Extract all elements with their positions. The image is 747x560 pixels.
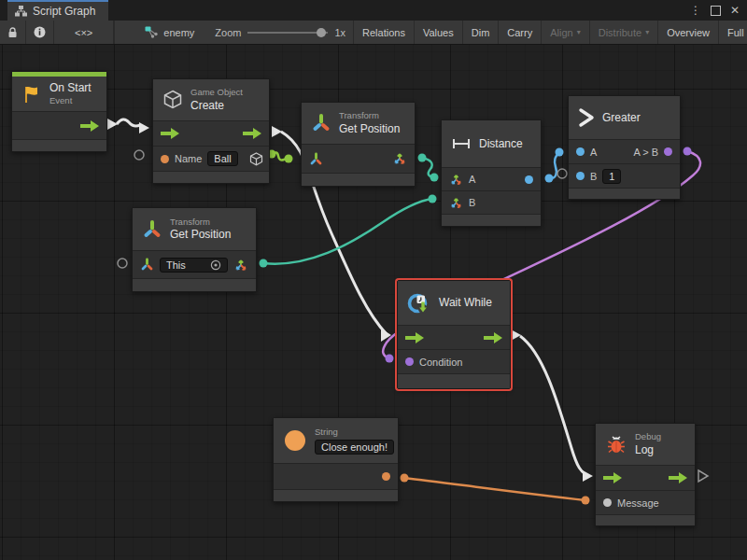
transform-input-port[interactable] (309, 152, 323, 166)
transform-input-port[interactable] (140, 258, 154, 272)
maximize-icon[interactable] (711, 6, 721, 16)
node-wait-while[interactable]: Wait While Condition (397, 280, 511, 389)
port-label: A (469, 174, 475, 185)
transform-icon (311, 113, 331, 133)
port-label: B (469, 197, 475, 208)
name-input-port[interactable] (161, 155, 169, 163)
node-string[interactable]: String Close enough! (273, 417, 399, 502)
node-title: Log (635, 443, 661, 457)
vector3-output-port[interactable] (233, 258, 248, 273)
graph-node-icon (145, 26, 159, 38)
condition-input-port[interactable] (405, 357, 414, 366)
chevron-down-icon: ▾ (645, 28, 649, 36)
flow-input-port[interactable] (405, 332, 424, 343)
node-title: Get Position (339, 122, 400, 136)
zoom-slider-knob[interactable] (317, 28, 326, 37)
dim-button[interactable]: Dim (463, 21, 500, 44)
cube-icon (162, 90, 183, 110)
fullscreen-button[interactable]: Full Screen (719, 21, 747, 44)
node-title: On Start (49, 81, 92, 95)
overview-button[interactable]: Overview (658, 21, 719, 44)
node-subtitle: Event (49, 95, 92, 106)
string-output-port[interactable] (382, 472, 390, 481)
input-port-a[interactable] (576, 147, 585, 156)
graph-reference[interactable]: enemy (135, 21, 204, 44)
output-label: A > B (633, 147, 658, 158)
name-value-field[interactable]: Ball (207, 151, 237, 166)
tab-script-graph[interactable]: Script Graph (7, 0, 108, 21)
distribute-button[interactable]: Distribute▾ (590, 21, 658, 44)
relations-button[interactable]: Relations (354, 21, 415, 44)
values-button[interactable]: Values (415, 21, 463, 44)
graph-tree-icon (15, 6, 27, 17)
node-on-start[interactable]: On Start Event (11, 71, 107, 152)
graph-ref-label: enemy (163, 27, 194, 38)
node-get-position-bottom[interactable]: Transform Get Position This (132, 207, 257, 292)
flow-input-port[interactable] (603, 472, 622, 483)
port-label: Message (617, 497, 659, 509)
flow-output-port[interactable] (669, 472, 687, 483)
distance-icon (451, 137, 472, 150)
port-label: B (590, 171, 597, 182)
bug-icon (605, 433, 627, 455)
result-output-port[interactable] (664, 147, 672, 156)
node-category: Transform (339, 110, 400, 121)
lock-button[interactable] (0, 21, 26, 44)
vector3-input-port-a[interactable] (449, 173, 463, 187)
port-label: A (590, 147, 597, 158)
target-value-field[interactable]: This (160, 258, 228, 273)
node-category: Transform (170, 217, 231, 228)
node-title: Distance (479, 137, 523, 151)
string-value-field[interactable]: Close enough! (315, 440, 394, 455)
toolbar: <×> enemy Zoom 1x Relations Values Dim C… (0, 21, 747, 45)
close-icon[interactable]: ✕ (730, 5, 740, 16)
zoom-label: Zoom (215, 27, 241, 38)
flow-output-port[interactable] (243, 128, 261, 139)
more-icon[interactable]: ⋮ (690, 5, 701, 16)
code-view-icon: <×> (75, 27, 92, 38)
flag-icon (21, 84, 42, 105)
flow-output-port[interactable] (80, 120, 99, 132)
flow-output-port[interactable] (484, 332, 502, 343)
game-object-output-port[interactable] (249, 152, 263, 166)
node-distance[interactable]: Distance A B (441, 119, 542, 227)
greater-icon (578, 107, 595, 128)
info-icon (34, 26, 46, 38)
port-label: Condition (419, 357, 462, 368)
lock-icon (7, 27, 18, 38)
node-debug-log[interactable]: Debug Log Message (595, 423, 696, 526)
tab-title: Script Graph (33, 5, 95, 18)
node-category: String (315, 427, 394, 438)
node-title: Create (190, 99, 243, 113)
node-category: Game Object (190, 87, 243, 98)
inspect-button[interactable] (26, 21, 54, 44)
object-picker-icon[interactable] (210, 259, 221, 271)
flow-input-port[interactable] (161, 128, 179, 139)
zoom-slider[interactable] (247, 32, 328, 34)
chevron-down-icon: ▾ (577, 28, 581, 36)
node-create[interactable]: Game Object Create Name Ball (152, 78, 270, 184)
vector3-output-port[interactable] (392, 151, 407, 166)
distance-output-port[interactable] (525, 175, 533, 184)
node-get-position-top[interactable]: Transform Get Position (301, 102, 416, 187)
wait-clock-icon (407, 291, 431, 315)
node-category: Debug (635, 431, 661, 442)
node-title: Get Position (170, 228, 231, 242)
title-bar: Script Graph ⋮ ✕ (0, 0, 747, 21)
align-button[interactable]: Align▾ (542, 21, 589, 44)
string-circle-icon (283, 428, 307, 453)
zoom-value: 1x (334, 27, 345, 38)
vector3-input-port-b[interactable] (449, 196, 463, 210)
transform-icon (142, 219, 162, 240)
node-title: Wait While (439, 296, 492, 310)
port-label: Name (175, 153, 202, 164)
input-port-b[interactable] (576, 172, 585, 180)
message-input-port[interactable] (603, 498, 612, 507)
code-view-button[interactable]: <×> (54, 21, 114, 44)
node-greater[interactable]: Greater A A > B B 1 (568, 95, 681, 200)
carry-button[interactable]: Carry (499, 21, 542, 44)
node-title: Greater (602, 111, 641, 125)
b-value-field[interactable]: 1 (602, 169, 621, 184)
